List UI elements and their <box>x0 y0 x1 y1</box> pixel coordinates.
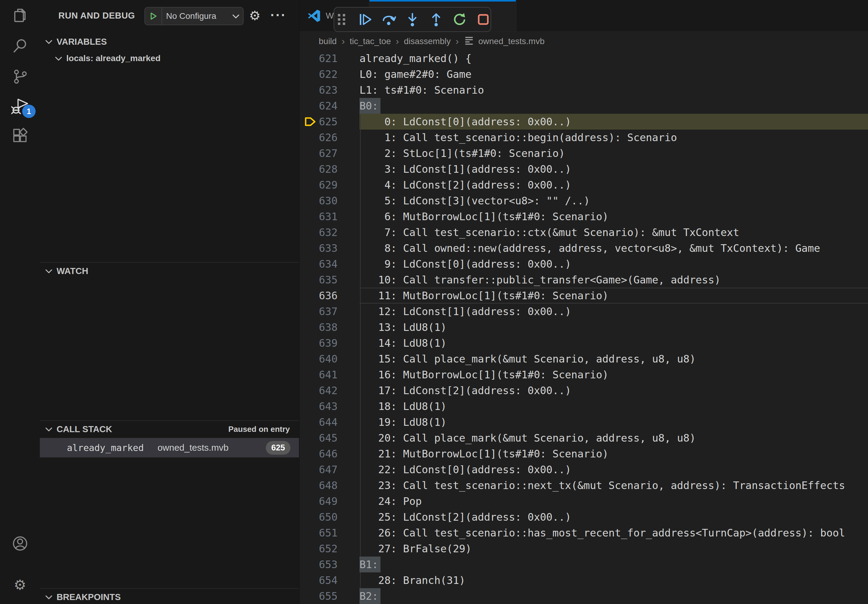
step-over-button[interactable] <box>381 12 396 27</box>
instruction-line[interactable]: 13: LdU8(1) <box>360 319 868 335</box>
step-out-button[interactable] <box>429 12 443 27</box>
line-gutter[interactable]: 623 <box>299 82 360 98</box>
instruction-line[interactable]: 3: LdConst[1](address: 0x00..) <box>360 161 868 177</box>
instruction-line[interactable]: 23: Call test_scenario::next_tx(&mut Sce… <box>360 477 868 493</box>
variables-section-header[interactable]: VARIABLES <box>40 34 299 50</box>
debug-configuration-dropdown[interactable]: No Configura <box>144 7 243 25</box>
instruction-line[interactable]: 28: Branch(31) <box>360 572 868 588</box>
line-gutter[interactable]: 645 <box>299 430 360 446</box>
line-gutter[interactable]: 629 <box>299 177 360 193</box>
block-label-line[interactable]: B1: <box>360 556 868 572</box>
activity-bar-item-run-and-debug[interactable]: 1 <box>0 91 40 122</box>
instruction-line[interactable]: 9: LdConst[0](address: 0x00..) <box>360 256 868 272</box>
line-gutter[interactable]: 638 <box>299 319 360 335</box>
line-gutter[interactable]: 627 <box>299 146 360 161</box>
line-gutter[interactable]: 639 <box>299 335 360 351</box>
restart-button[interactable] <box>452 12 467 27</box>
line-gutter[interactable]: 622 <box>299 66 360 82</box>
instruction-line[interactable]: 19: LdU8(1) <box>360 414 868 430</box>
instruction-line[interactable]: 17: LdConst[2](address: 0x00..) <box>360 383 868 398</box>
line-gutter[interactable]: 647 <box>299 462 360 477</box>
instruction-line[interactable]: 18: LdU8(1) <box>360 398 868 414</box>
line-gutter[interactable]: 621 <box>299 51 360 66</box>
instruction-line[interactable]: 15: Call place_mark(&mut Scenario, addre… <box>360 351 868 367</box>
line-gutter[interactable]: 646 <box>299 446 360 462</box>
stop-button[interactable] <box>476 12 491 27</box>
line-gutter[interactable]: 625 <box>299 114 360 130</box>
line-gutter[interactable]: 642 <box>299 383 360 398</box>
instruction-line[interactable]: 27: BrFalse(29) <box>360 541 868 556</box>
instruction-line[interactable]: already_marked() { <box>360 51 868 66</box>
instruction-line[interactable]: 5: LdConst[3](vector<u8>: "" /..) <box>360 193 868 209</box>
call-stack-frame[interactable]: already_markedowned_tests.mvb625 <box>40 438 299 457</box>
line-gutter[interactable]: 632 <box>299 225 360 240</box>
line-gutter[interactable]: 653 <box>299 556 360 572</box>
line-gutter[interactable]: 626 <box>299 130 360 146</box>
line-gutter[interactable]: 635 <box>299 272 360 288</box>
step-over-icon <box>381 12 396 27</box>
breadcrumb-item-owned-tests-mvb[interactable]: owned_tests.mvb <box>464 35 545 48</box>
instruction-line[interactable]: 7: Call test_scenario::ctx(&mut Scenario… <box>360 225 868 240</box>
activity-bar-item-account[interactable] <box>0 528 40 559</box>
step-into-button[interactable] <box>405 12 420 27</box>
activity-bar-item-source-control[interactable] <box>0 62 40 92</box>
sidebar-title: RUN AND DEBUG <box>58 0 135 31</box>
activity-bar-item-extensions[interactable] <box>0 121 40 151</box>
instruction-line[interactable]: 20: Call place_mark(&mut Scenario, addre… <box>360 430 868 446</box>
continue-button[interactable] <box>358 12 373 27</box>
line-gutter[interactable]: 641 <box>299 367 360 383</box>
line-gutter[interactable]: 628 <box>299 161 360 177</box>
more-actions-button[interactable]: ··· <box>270 0 287 30</box>
line-gutter[interactable]: 650 <box>299 509 360 525</box>
line-gutter[interactable]: 644 <box>299 414 360 430</box>
instruction-line[interactable]: 14: LdU8(1) <box>360 335 868 351</box>
instruction-line[interactable]: 12: LdConst[1](address: 0x00..) <box>360 304 868 319</box>
instruction-line[interactable]: 1: Call test_scenario::begin(address): S… <box>360 130 868 146</box>
breadcrumb-item-build[interactable]: build <box>319 37 337 46</box>
instruction-line[interactable]: 16: MutBorrowLoc[1](ts#1#0: Scenario) <box>360 367 868 383</box>
instruction-line[interactable]: L1: ts#1#0: Scenario <box>360 82 868 98</box>
line-gutter[interactable]: 637 <box>299 304 360 319</box>
line-gutter[interactable]: 648 <box>299 477 360 493</box>
instruction-line[interactable]: 21: MutBorrowLoc[1](ts#1#0: Scenario) <box>360 446 868 462</box>
instruction-line[interactable]: 25: LdConst[2](address: 0x00..) <box>360 509 868 525</box>
line-gutter[interactable]: 651 <box>299 525 360 541</box>
instruction-line[interactable]: 4: LdConst[2](address: 0x00..) <box>360 177 868 193</box>
breadcrumb-item-tic-tac-toe[interactable]: tic_tac_toe <box>350 37 391 46</box>
line-gutter[interactable]: 654 <box>299 572 360 588</box>
drag-handle-button[interactable] <box>334 12 349 27</box>
activity-bar-item-settings[interactable]: ⚙ <box>0 570 40 600</box>
instruction-line[interactable]: 10: Call transfer::public_transfer<Game>… <box>360 272 868 288</box>
line-gutter[interactable]: 630 <box>299 193 360 209</box>
variables-scope-row[interactable]: locals: already_marked <box>40 50 299 67</box>
instruction-line[interactable]: 26: Call test_scenario::has_most_recent_… <box>360 525 868 541</box>
instruction-line[interactable]: 22: LdConst[0](address: 0x00..) <box>360 462 868 477</box>
instruction-line[interactable]: 0: LdConst[0](address: 0x00..) <box>360 114 868 130</box>
watch-section-header[interactable]: WATCH <box>40 263 299 279</box>
line-gutter[interactable]: 643 <box>299 398 360 414</box>
start-debug-button[interactable] <box>145 8 162 25</box>
instruction-line[interactable]: 24: Pop <box>360 493 868 509</box>
call-stack-section-header[interactable]: CALL STACK Paused on entry <box>40 421 299 437</box>
instruction-line[interactable]: 6: MutBorrowLoc[1](ts#1#0: Scenario) <box>360 209 868 225</box>
line-gutter[interactable]: 631 <box>299 209 360 225</box>
line-gutter[interactable]: 655 <box>299 588 360 604</box>
debug-settings-button[interactable]: ⚙ <box>249 0 260 31</box>
instruction-line[interactable]: L0: game#2#0: Game <box>360 66 868 82</box>
line-gutter[interactable]: 652 <box>299 541 360 556</box>
breakpoints-section-header[interactable]: BREAKPOINTS <box>40 589 299 604</box>
instruction-line[interactable]: 2: StLoc[1](ts#1#0: Scenario) <box>360 146 868 161</box>
line-gutter[interactable]: 634 <box>299 256 360 272</box>
breadcrumb-item-disassembly[interactable]: disassembly <box>404 37 451 46</box>
instruction-line[interactable]: 8: Call owned::new(address, address, vec… <box>360 240 868 256</box>
activity-bar-item-search[interactable] <box>0 30 40 61</box>
activity-bar-item-explorer[interactable] <box>0 0 40 30</box>
block-label-line[interactable]: B2: <box>360 588 868 604</box>
line-gutter[interactable]: 633 <box>299 240 360 256</box>
line-gutter[interactable]: 649 <box>299 493 360 509</box>
block-label-line[interactable]: B0: <box>360 98 868 114</box>
line-gutter[interactable]: 624 <box>299 98 360 114</box>
instruction-line[interactable]: 11: MutBorrowLoc[1](ts#1#0: Scenario) <box>360 288 868 304</box>
line-gutter[interactable]: 636 <box>299 288 360 304</box>
line-gutter[interactable]: 640 <box>299 351 360 367</box>
